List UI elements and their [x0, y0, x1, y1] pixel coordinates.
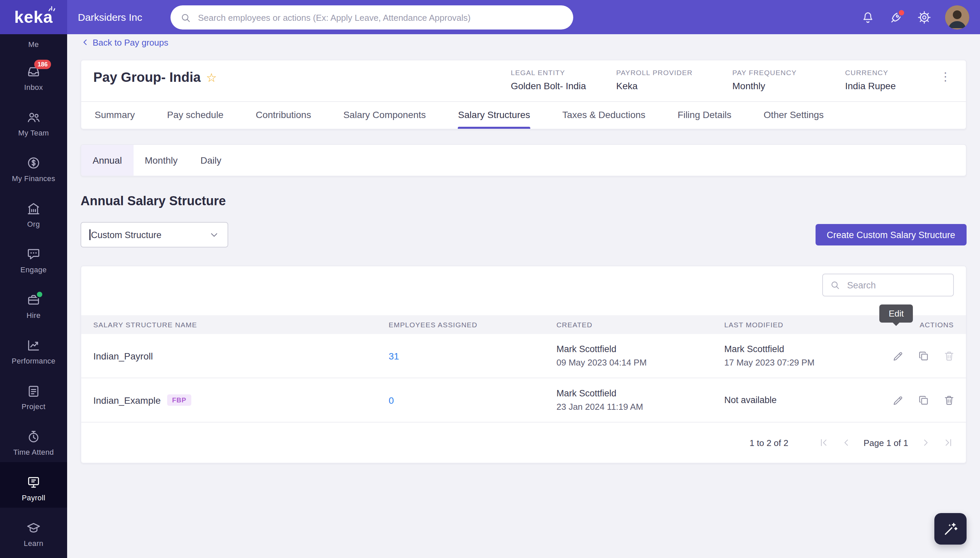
delete-button[interactable]	[943, 350, 955, 362]
settings-button[interactable]	[917, 10, 932, 25]
table-search-input[interactable]	[846, 279, 947, 291]
created-on: 09 May 2023 04:14 PM	[557, 358, 724, 368]
edit-button[interactable]	[892, 350, 904, 362]
sidebar-item-my-team[interactable]: My Team	[0, 97, 67, 143]
sidebar-item-learn[interactable]: Learn	[0, 508, 67, 553]
col-last-modified: LAST MODIFIED	[724, 320, 892, 329]
table-header-row: SALARY STRUCTURE NAME EMPLOYEES ASSIGNED…	[81, 315, 966, 334]
subtab-annual[interactable]: Annual	[81, 145, 133, 176]
tab-salary-structures[interactable]: Salary Structures	[458, 102, 530, 129]
global-search[interactable]	[170, 5, 573, 30]
edit-tooltip: Edit	[879, 304, 913, 323]
bell-icon	[861, 10, 875, 25]
duplicate-button[interactable]	[917, 394, 930, 406]
field-currency: CURRENCY India Rupee	[845, 68, 896, 91]
avatar[interactable]	[945, 5, 969, 29]
last-page-button[interactable]	[943, 437, 954, 448]
section-title: Annual Salary Structure	[81, 194, 967, 208]
created-on: 23 Jan 2024 11:19 AM	[557, 402, 724, 412]
keka-logo[interactable]: keka	[0, 0, 67, 34]
employees-assigned-link[interactable]: 0	[389, 395, 394, 405]
copy-icon	[917, 394, 930, 406]
tab-pay-schedule[interactable]: Pay schedule	[167, 102, 224, 129]
inbox-count-badge: 186	[34, 60, 51, 69]
subtab-daily[interactable]: Daily	[189, 145, 232, 176]
edit-button[interactable]	[892, 394, 904, 406]
col-salary-structure-name: SALARY STRUCTURE NAME	[93, 320, 389, 329]
inbox-icon: 186	[26, 64, 41, 79]
tab-contributions[interactable]: Contributions	[256, 102, 311, 129]
team-icon	[26, 110, 41, 125]
sidebar-item-hire[interactable]: Hire	[0, 280, 67, 325]
favorite-star-icon[interactable]: ☆	[206, 71, 217, 84]
whats-new-button[interactable]	[889, 10, 904, 25]
pay-group-header: Pay Group- India ☆ LEGAL ENTITY Golden B…	[81, 61, 966, 103]
pay-group-header-card: Pay Group- India ☆ LEGAL ENTITY Golden B…	[81, 60, 967, 130]
sidebar-item-me[interactable]: Me	[0, 34, 67, 52]
tab-other-settings[interactable]: Other Settings	[764, 102, 824, 129]
sidebar-item-engage[interactable]: Engage	[0, 234, 67, 280]
next-page-button[interactable]	[920, 437, 931, 448]
back-to-pay-groups-link[interactable]: Back to Pay groups	[81, 36, 168, 49]
notification-dot	[898, 8, 906, 16]
global-search-input[interactable]	[197, 12, 564, 23]
hire-icon	[26, 292, 41, 307]
main-content: Back to Pay groups Pay Group- India ☆ LE…	[67, 34, 980, 558]
delete-button[interactable]	[943, 394, 955, 406]
col-employees-assigned: EMPLOYEES ASSIGNED	[389, 320, 557, 329]
search-icon	[180, 12, 191, 23]
page-indicator: Page 1 of 1	[863, 438, 908, 448]
org-icon	[26, 201, 41, 216]
notifications-button[interactable]	[861, 10, 875, 25]
tab-filing-details[interactable]: Filing Details	[678, 102, 731, 129]
logo-sparkle-icon	[48, 5, 56, 12]
pencil-icon	[892, 394, 904, 406]
finances-icon	[26, 156, 41, 170]
magic-wand-button[interactable]	[934, 513, 967, 545]
copy-icon	[917, 350, 930, 362]
modified-by: Mark Scottfield	[724, 344, 892, 354]
tab-salary-components[interactable]: Salary Components	[343, 102, 426, 129]
topbar-actions	[861, 5, 980, 29]
subtab-monthly[interactable]: Monthly	[133, 145, 189, 176]
performance-icon	[26, 338, 41, 353]
clock-icon	[26, 429, 41, 444]
table-footer: 1 to 2 of 2 Page 1 of 1	[81, 422, 966, 463]
chevron-down-icon	[209, 229, 219, 240]
sidebar-item-time-attend[interactable]: Time Attend	[0, 417, 67, 462]
sidebar-item-performance[interactable]: Performance	[0, 325, 67, 371]
previous-page-button[interactable]	[841, 437, 852, 448]
table-toolbar	[81, 266, 966, 315]
sidebar-item-inbox[interactable]: 186 Inbox	[0, 52, 67, 97]
table-row: Indian_Example FBP 0 Mark Scottfield 23 …	[81, 378, 966, 422]
tab-summary[interactable]: Summary	[95, 102, 135, 129]
company-name: Darksiders Inc	[78, 11, 142, 23]
search-icon	[830, 280, 840, 290]
more-options-button[interactable]: ⋮	[940, 70, 951, 84]
sidebar-item-my-finances[interactable]: My Finances	[0, 143, 67, 189]
field-payroll-provider: PAYROLL PROVIDER Keka	[616, 68, 693, 91]
modified-status: Not available	[724, 395, 892, 405]
project-icon	[26, 384, 41, 399]
structure-type-dropdown[interactable]: Custom Structure	[81, 222, 228, 248]
row-range-text: 1 to 2 of 2	[749, 438, 788, 448]
structure-name: Indian_Example	[93, 395, 161, 405]
chevron-left-icon	[841, 437, 852, 448]
chevron-right-icon	[920, 437, 931, 448]
engage-icon	[26, 247, 41, 261]
sidebar-item-org[interactable]: Org	[0, 189, 67, 234]
magic-wand-icon	[942, 521, 959, 537]
pay-group-tabs: Summary Pay schedule Contributions Salar…	[81, 101, 966, 129]
modified-on: 17 May 2023 07:29 PM	[724, 358, 892, 368]
employees-assigned-link[interactable]: 31	[389, 350, 399, 361]
sidebar-item-project[interactable]: Project	[0, 371, 67, 417]
chevron-left-icon	[81, 38, 90, 47]
sidebar-item-payroll[interactable]: Payroll	[0, 462, 67, 508]
duplicate-button[interactable]	[917, 350, 930, 362]
trash-icon	[943, 350, 955, 362]
table-search[interactable]	[822, 274, 954, 297]
first-page-button[interactable]	[818, 437, 828, 448]
pencil-icon	[892, 350, 904, 362]
create-custom-salary-structure-button[interactable]: Create Custom Salary Structure	[815, 224, 967, 245]
tab-taxes-deductions[interactable]: Taxes & Deductions	[562, 102, 646, 129]
